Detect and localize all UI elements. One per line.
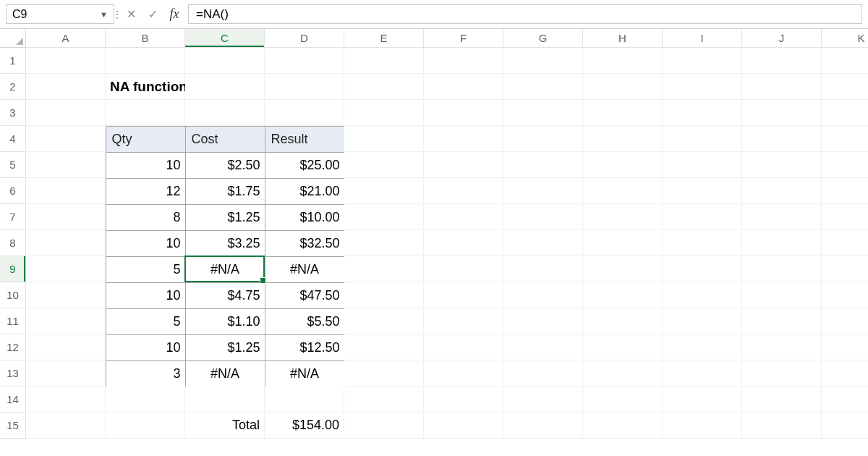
cell-G7[interactable]	[503, 204, 583, 230]
cell-A11[interactable]	[26, 308, 106, 334]
cell-C8[interactable]: $3.25	[185, 230, 265, 257]
cell-G8[interactable]	[503, 230, 583, 256]
cell-G10[interactable]	[503, 282, 583, 308]
cell-C2[interactable]	[185, 74, 265, 100]
cell-H13[interactable]	[583, 360, 663, 387]
cell-B11[interactable]: 5	[106, 308, 186, 335]
cell-H11[interactable]	[583, 308, 663, 334]
colhdr-G[interactable]: G	[503, 29, 583, 48]
cell-E11[interactable]	[344, 308, 424, 334]
cell-J7[interactable]	[742, 204, 822, 230]
cell-I5[interactable]	[663, 152, 742, 178]
cell-C6[interactable]: $1.75	[185, 178, 265, 205]
cell-A14[interactable]	[26, 387, 106, 413]
colhdr-I[interactable]: I	[663, 29, 742, 48]
cell-B3[interactable]	[106, 100, 185, 126]
cell-E12[interactable]	[344, 334, 424, 360]
cell-G11[interactable]	[503, 308, 583, 334]
cell-F10[interactable]	[424, 282, 503, 308]
cell-B14[interactable]	[106, 387, 185, 413]
cell-D5[interactable]: $25.00	[265, 152, 345, 179]
cell-C13[interactable]: #N/A	[185, 360, 265, 387]
cell-D12[interactable]: $12.50	[265, 334, 345, 361]
cell-F8[interactable]	[424, 230, 503, 256]
cell-E8[interactable]	[344, 230, 424, 256]
cell-K14[interactable]	[822, 387, 868, 413]
cell-K6[interactable]	[822, 178, 868, 204]
cell-B5[interactable]: 10	[106, 152, 186, 179]
cell-F13[interactable]	[424, 360, 503, 387]
colhdr-F[interactable]: F	[424, 29, 503, 48]
cell-J13[interactable]	[742, 360, 822, 387]
rowhdr-15[interactable]: 15	[0, 413, 26, 439]
cell-G4[interactable]	[503, 126, 583, 152]
cell-A4[interactable]	[26, 126, 106, 152]
cell-I8[interactable]	[663, 230, 742, 256]
cell-F1[interactable]	[424, 48, 503, 74]
cell-A12[interactable]	[26, 334, 106, 360]
cell-K2[interactable]	[822, 74, 868, 100]
cell-H5[interactable]	[583, 152, 663, 178]
cell-H2[interactable]	[583, 74, 663, 100]
cell-B9[interactable]: 5	[106, 256, 186, 283]
cell-K9[interactable]	[822, 256, 868, 282]
cell-E9[interactable]	[344, 256, 424, 282]
cell-E13[interactable]	[344, 360, 424, 387]
cell-G15[interactable]	[503, 413, 583, 439]
cell-G13[interactable]	[503, 360, 583, 387]
cell-J8[interactable]	[742, 230, 822, 256]
rowhdr-11[interactable]: 11	[0, 308, 26, 334]
worksheet-grid[interactable]: A B C D E F G H I J K 1 2 NA function 3 …	[0, 29, 868, 439]
rowhdr-2[interactable]: 2	[0, 74, 26, 100]
accept-formula-button[interactable]: ✓	[142, 1, 163, 27]
cell-D3[interactable]	[265, 100, 344, 126]
cell-D1[interactable]	[265, 48, 344, 74]
cell-A9[interactable]	[26, 256, 106, 282]
cell-K1[interactable]	[822, 48, 868, 74]
cell-A2[interactable]	[26, 74, 106, 100]
cell-I6[interactable]	[663, 178, 742, 204]
cell-H3[interactable]	[583, 100, 663, 126]
cell-F6[interactable]	[424, 178, 503, 204]
cell-E3[interactable]	[344, 100, 424, 126]
rowhdr-1[interactable]: 1	[0, 48, 26, 74]
cell-J12[interactable]	[742, 334, 822, 360]
colhdr-D[interactable]: D	[265, 29, 344, 48]
cell-J2[interactable]	[742, 74, 822, 100]
cell-I14[interactable]	[663, 387, 742, 413]
cell-J6[interactable]	[742, 178, 822, 204]
cell-F9[interactable]	[424, 256, 503, 282]
cell-D4[interactable]: Result	[265, 126, 345, 153]
cell-C15[interactable]: Total	[185, 413, 265, 439]
cell-D14[interactable]	[265, 387, 344, 413]
cell-G2[interactable]	[503, 74, 583, 100]
cell-F14[interactable]	[424, 387, 503, 413]
colhdr-E[interactable]: E	[344, 29, 424, 48]
cell-E4[interactable]	[344, 126, 424, 152]
cell-I3[interactable]	[663, 100, 742, 126]
cell-I9[interactable]	[663, 256, 742, 282]
cell-I11[interactable]	[663, 308, 742, 334]
cell-I10[interactable]	[663, 282, 742, 308]
cell-F7[interactable]	[424, 204, 503, 230]
colhdr-K[interactable]: K	[822, 29, 868, 48]
rowhdr-14[interactable]: 14	[0, 387, 26, 413]
cell-G5[interactable]	[503, 152, 583, 178]
cell-C11[interactable]: $1.10	[185, 308, 265, 335]
cell-C7[interactable]: $1.25	[185, 204, 265, 231]
cell-I1[interactable]	[663, 48, 742, 74]
cell-H14[interactable]	[583, 387, 663, 413]
cell-H12[interactable]	[583, 334, 663, 360]
colhdr-A[interactable]: A	[26, 29, 106, 48]
cell-H9[interactable]	[583, 256, 663, 282]
cell-A6[interactable]	[26, 178, 106, 204]
cell-B2[interactable]: NA function	[106, 74, 185, 100]
cell-J11[interactable]	[742, 308, 822, 334]
cell-I13[interactable]	[663, 360, 742, 387]
cell-I12[interactable]	[663, 334, 742, 360]
cell-K13[interactable]	[822, 360, 868, 387]
cell-E6[interactable]	[344, 178, 424, 204]
cell-G14[interactable]	[503, 387, 583, 413]
cell-D6[interactable]: $21.00	[265, 178, 345, 205]
colhdr-J[interactable]: J	[742, 29, 822, 48]
